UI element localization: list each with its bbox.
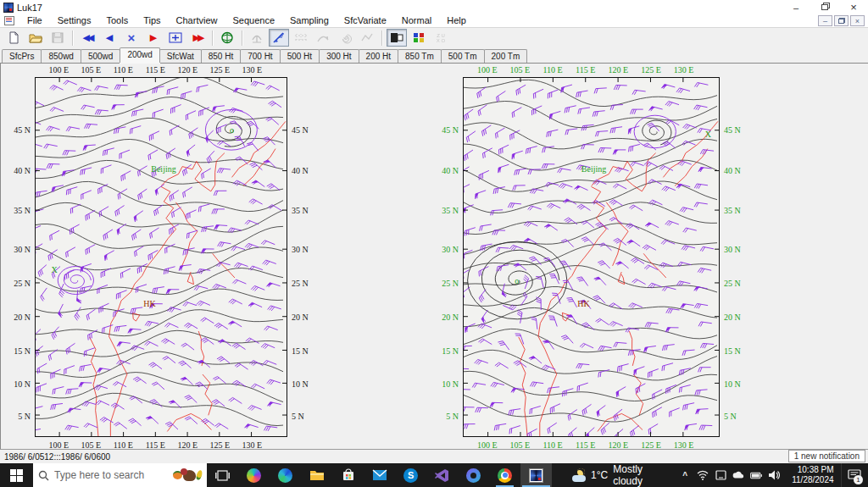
store-taskbar-button[interactable]	[332, 463, 364, 487]
menu-settings[interactable]: Settings	[50, 14, 99, 27]
tab-sfcprs[interactable]: SfcPrs	[2, 49, 42, 63]
action-center-button[interactable]: 1	[841, 463, 868, 487]
menu-file[interactable]: File	[19, 14, 50, 27]
search-input[interactable]	[54, 469, 168, 481]
edge-icon	[278, 468, 292, 483]
tab-500-tm[interactable]: 500 Tm	[441, 49, 485, 63]
lat-label-left: 40 N	[14, 166, 31, 175]
file-explorer-taskbar-button[interactable]	[301, 463, 332, 487]
curve-arrow-icon	[316, 31, 330, 44]
chrome-taskbar-button[interactable]	[489, 463, 520, 487]
rewind-icon: ◀◀	[83, 33, 92, 42]
maximize-button[interactable]	[810, 0, 839, 14]
copilot-taskbar-button[interactable]	[238, 463, 270, 487]
left-weather-map: 100 E100 E105 E105 E110 E110 E115 E115 E…	[35, 77, 287, 437]
palette-icon	[412, 31, 426, 44]
tab-700-ht[interactable]: 700 Ht	[240, 49, 280, 63]
wind-pen-icon	[272, 31, 286, 44]
lat-label-left: 45 N	[442, 125, 459, 135]
frame-select-button[interactable]	[165, 29, 186, 47]
lon-label-top: 100 E	[477, 65, 498, 75]
tab-300-ht[interactable]: 300 Ht	[319, 49, 359, 63]
search-box[interactable]	[33, 463, 207, 487]
globe-button[interactable]	[217, 29, 237, 47]
menu-normal[interactable]: Normal	[394, 14, 439, 27]
tablet-icon[interactable]	[715, 469, 726, 481]
map-marker-o: o	[515, 276, 519, 285]
step-back-button[interactable]: ◀	[99, 29, 120, 47]
vscode-icon	[435, 468, 449, 483]
weather-widget[interactable]: 1°C Mostly cloudy	[564, 463, 670, 487]
palette-button[interactable]	[409, 29, 429, 47]
menu-tips[interactable]: Tips	[136, 14, 168, 27]
wifi-icon[interactable]	[697, 469, 709, 481]
menu-help[interactable]: Help	[439, 14, 474, 27]
battery-icon[interactable]	[750, 469, 762, 481]
volume-icon[interactable]	[768, 469, 780, 481]
search-icon	[38, 470, 49, 481]
tab-500-ht[interactable]: 500 Ht	[280, 49, 320, 63]
task-view-taskbar-button[interactable]	[207, 463, 238, 487]
screen: Luk17 – × FileSettingsToolsTipsChartview…	[0, 0, 868, 487]
start-button[interactable]	[0, 463, 33, 487]
child-minimize-button[interactable]: –	[818, 15, 832, 26]
skype-taskbar-button[interactable]: S	[395, 463, 426, 487]
taskbar-clock[interactable]: 10:38 PM 11/28/2024	[785, 463, 840, 487]
rewind-button[interactable]: ◀◀	[77, 29, 97, 47]
lat-label-left: 30 N	[442, 245, 459, 254]
grid-lines-button	[291, 29, 311, 47]
delete-frame-button[interactable]: ×	[121, 29, 142, 47]
curve-arrow-button	[313, 29, 333, 47]
menu-sampling[interactable]: Sampling	[282, 14, 337, 27]
tab-200wd[interactable]: 200wd	[120, 47, 159, 63]
mail-taskbar-button[interactable]	[364, 463, 395, 487]
vscode-taskbar-button[interactable]	[426, 463, 458, 487]
wind-pen-button[interactable]	[269, 29, 289, 47]
menu-sequence[interactable]: Sequence	[225, 14, 282, 27]
onedrive-icon[interactable]	[732, 469, 744, 481]
lat-label-left: 25 N	[442, 279, 459, 288]
menu-chartview[interactable]: Chartview	[169, 14, 225, 27]
lon-label-top: 115 E	[146, 65, 165, 75]
lat-label-right: 5 N	[724, 411, 737, 420]
map-marker-beijing: Beijing	[151, 164, 175, 174]
loop-icon	[466, 468, 481, 483]
tab-sfcwat[interactable]: SfcWat	[159, 49, 202, 63]
minimize-button[interactable]: –	[782, 0, 810, 14]
close-button[interactable]: ×	[839, 0, 868, 14]
tab-850-tm[interactable]: 850 Tm	[398, 49, 442, 63]
edge-taskbar-button[interactable]	[270, 463, 301, 487]
new-file-button[interactable]	[3, 29, 24, 47]
menu-tools[interactable]: Tools	[98, 14, 136, 27]
thanksgiving-doodle-icon[interactable]	[173, 470, 202, 481]
window-layout-button[interactable]	[387, 29, 407, 47]
tab-850-ht[interactable]: 850 Ht	[201, 49, 241, 63]
chevron-up-icon[interactable]: ^	[679, 469, 691, 481]
taskbar: S 1°C Mostly cloudy ^ 10:38 PM 11/28/202…	[0, 463, 868, 487]
lat-label-left: 10 N	[442, 379, 459, 389]
spiral-icon	[338, 31, 352, 44]
file-explorer-icon	[309, 469, 325, 482]
new-file-icon	[7, 31, 20, 44]
loop-taskbar-button[interactable]	[458, 463, 489, 487]
child-restore-button[interactable]	[834, 15, 849, 26]
tab-200-ht[interactable]: 200 Ht	[359, 49, 398, 63]
tab-500wd[interactable]: 500wd	[81, 49, 120, 63]
polyline-icon	[360, 31, 374, 44]
open-folder-button[interactable]	[25, 29, 46, 47]
lon-label-top: 125 E	[209, 65, 230, 75]
lat-label-right: 10 N	[292, 379, 309, 389]
grid-lines-icon	[294, 31, 308, 44]
play-icon: ▶	[150, 33, 157, 42]
menu-sfcvariate[interactable]: SfcVariate	[337, 14, 394, 27]
fast-forward-button[interactable]: ▶▶	[187, 29, 208, 47]
play-button[interactable]: ▶	[143, 29, 164, 47]
toolbar-separator	[242, 30, 242, 46]
child-close-button[interactable]: ×	[850, 15, 865, 26]
chrome-icon	[498, 468, 512, 483]
delete-frame-icon: ×	[128, 33, 136, 42]
tab-200-tm[interactable]: 200 Tm	[484, 49, 528, 63]
moon-cloud-icon	[572, 468, 586, 482]
tab-850wd[interactable]: 850wd	[41, 49, 81, 63]
luk17-taskbar-button[interactable]	[520, 463, 552, 487]
